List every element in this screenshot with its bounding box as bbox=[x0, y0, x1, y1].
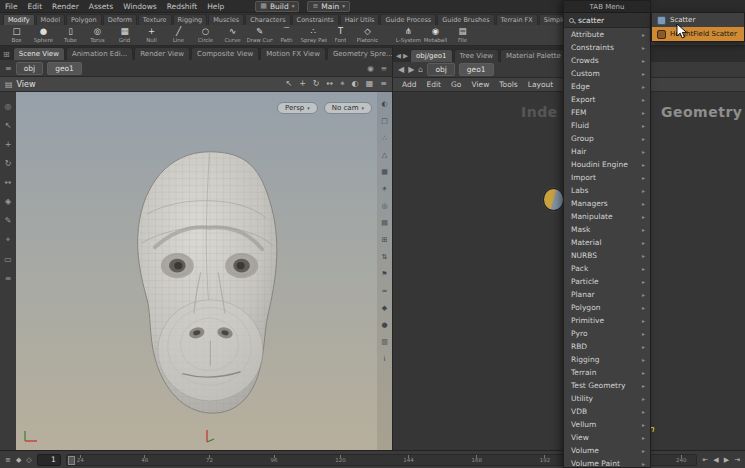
tab-menu-category[interactable]: Particle ▸ bbox=[564, 275, 650, 288]
info-icon[interactable]: i bbox=[384, 355, 386, 363]
shelf-tab[interactable]: Deform bbox=[103, 14, 137, 25]
spray-paint-tool[interactable]: ∴ Spray Paint bbox=[300, 27, 327, 42]
rotate-tool-icon[interactable]: ↻ bbox=[5, 159, 12, 168]
back-icon[interactable]: ◀ bbox=[398, 65, 404, 74]
template-icon[interactable]: ▤ bbox=[381, 219, 388, 227]
normals-icon[interactable]: △ bbox=[382, 151, 387, 159]
scale-tool-icon[interactable]: ↔ bbox=[5, 178, 12, 187]
tab-menu-category[interactable]: VDB ▸ bbox=[564, 405, 650, 418]
tab-menu-category[interactable]: Attribute ▸ bbox=[564, 28, 650, 41]
platonic-tool[interactable]: ◇ Platonic bbox=[354, 27, 381, 42]
shelf-tab[interactable]: Polygon bbox=[66, 14, 102, 25]
group-icon[interactable]: ⊞ bbox=[382, 236, 388, 244]
path-context-chip[interactable]: obj bbox=[427, 63, 454, 76]
tab-menu-category[interactable]: Vellum ▸ bbox=[564, 418, 650, 431]
network-menu-item[interactable]: View bbox=[466, 80, 494, 89]
visibility-icon[interactable]: ● bbox=[381, 321, 387, 329]
geo-node-icon[interactable] bbox=[543, 188, 564, 211]
shelf-tab[interactable]: Guide Brushes bbox=[437, 14, 494, 25]
menubar-item[interactable]: Windows bbox=[118, 1, 161, 12]
current-frame-field[interactable]: 1 bbox=[37, 454, 61, 466]
shading-mode-icon[interactable]: ◐ bbox=[381, 100, 387, 108]
pane-tab[interactable]: Geometry Spre... bbox=[327, 47, 392, 60]
tab-menu-category[interactable]: Primitive ▸ bbox=[564, 314, 650, 327]
tab-menu-category[interactable]: Terrain ▸ bbox=[564, 366, 650, 379]
play-icon[interactable]: ▶ bbox=[724, 456, 729, 464]
box-tool[interactable]: □ Box bbox=[3, 27, 30, 42]
tab-menu-category[interactable]: Pack ▸ bbox=[564, 262, 650, 275]
shelf-tab[interactable]: Terrain FX bbox=[496, 14, 538, 25]
playbar-menu-icon[interactable]: ≡ bbox=[5, 456, 11, 464]
layers-icon[interactable]: ▥ bbox=[381, 338, 388, 346]
select-arrow-icon[interactable]: ↖ bbox=[285, 79, 292, 89]
measure-tool-icon[interactable]: ▭ bbox=[4, 255, 12, 264]
desktop-selector[interactable]: ▦ Build ▾ bbox=[255, 1, 299, 12]
tab-menu-category[interactable]: Manipulate ▸ bbox=[564, 210, 650, 223]
shelf-tab[interactable]: Constraints bbox=[292, 14, 339, 25]
select-tool-icon[interactable]: ↖ bbox=[5, 121, 12, 130]
points-display-icon[interactable]: ∴ bbox=[382, 134, 386, 142]
tab-menu-category[interactable]: Hair ▸ bbox=[564, 145, 650, 158]
path-node-chip[interactable]: geo1 bbox=[47, 62, 82, 75]
grid-display-icon[interactable]: ▦ bbox=[381, 168, 388, 176]
pane-tab-menu-icon[interactable]: ▤ bbox=[5, 80, 13, 89]
tab-menu-category[interactable]: Constraints ▸ bbox=[564, 41, 650, 54]
menubar-item[interactable]: Edit bbox=[23, 1, 48, 12]
tab-menu-search[interactable]: scatter bbox=[564, 13, 650, 28]
viewport-canvas[interactable]: Persp▾ No cam▾ ◐□∴△▦☀◎▤⊞⇅⚑≈◆●▥i bbox=[16, 92, 392, 450]
snap-icon[interactable]: ⌖ bbox=[340, 79, 345, 89]
layout-selector[interactable]: ≡ Main ▾ bbox=[307, 1, 350, 12]
tab-menu-category[interactable]: Houdini Engine ▸ bbox=[564, 158, 650, 171]
home-icon[interactable]: ⌂ bbox=[418, 65, 423, 74]
pane-menu-icon[interactable]: ≡ bbox=[380, 79, 387, 89]
tab-scroll-right-icon[interactable]: ▶ bbox=[403, 52, 408, 60]
pane-tab[interactable]: obj/geo1 bbox=[410, 49, 453, 62]
circle-tool[interactable]: ○ Circle bbox=[192, 27, 219, 42]
tab-menu-category[interactable]: Group ▸ bbox=[564, 132, 650, 145]
camera-select-button[interactable]: No cam▾ bbox=[324, 102, 372, 114]
font-tool[interactable]: T Font bbox=[327, 27, 354, 42]
lsystem-tool[interactable]: ⋔ L-System bbox=[395, 27, 422, 42]
menubar-item[interactable]: File bbox=[0, 1, 23, 12]
grid-icon[interactable]: ▦ bbox=[366, 79, 374, 89]
shelf-tab[interactable]: Characters bbox=[245, 14, 290, 25]
tab-menu-category[interactable]: Utility ▸ bbox=[564, 392, 650, 405]
snap-tool-icon[interactable]: ⌖ bbox=[6, 235, 11, 245]
file-tool[interactable]: ▤ File bbox=[449, 27, 476, 42]
shelf-tab[interactable]: Guide Process bbox=[380, 14, 436, 25]
scale-icon[interactable]: ↔ bbox=[327, 79, 334, 89]
pane-tab[interactable]: Animation Edi... bbox=[66, 47, 133, 60]
tab-menu-category[interactable]: RBD ▸ bbox=[564, 340, 650, 353]
view-tool-icon[interactable]: ◎ bbox=[5, 102, 12, 111]
pane-split-icon[interactable]: ⊞ bbox=[3, 50, 10, 59]
line-tool[interactable]: ╱ Line bbox=[165, 27, 192, 42]
tab-menu-category[interactable]: Rigging ▸ bbox=[564, 353, 650, 366]
shelf-tab[interactable]: Texture bbox=[138, 14, 172, 25]
null-tool[interactable]: + Null bbox=[138, 27, 165, 42]
jump-start-icon[interactable]: ⇤ bbox=[702, 456, 708, 464]
path-tool[interactable]: ⌒ Path bbox=[273, 27, 300, 42]
tab-menu-result[interactable]: HeightField Scatter bbox=[652, 27, 744, 41]
forward-icon[interactable]: ▶ bbox=[408, 65, 414, 74]
flag-icon[interactable]: ⚑ bbox=[381, 270, 387, 278]
pose-tool-icon[interactable]: ◈ bbox=[5, 197, 11, 206]
material-icon[interactable]: ◆ bbox=[382, 304, 387, 312]
tab-menu-category[interactable]: Volume ▸ bbox=[564, 444, 650, 457]
shelf-tab[interactable]: Model bbox=[36, 14, 66, 25]
remove-key-icon[interactable]: ◇ bbox=[26, 456, 31, 464]
menubar-item[interactable]: Redshift bbox=[162, 1, 202, 12]
fog-icon[interactable]: ≈ bbox=[382, 287, 388, 295]
curve-tool[interactable]: ∿ Curve bbox=[219, 27, 246, 42]
sphere-tool[interactable]: ● Sphere bbox=[30, 27, 57, 42]
tab-menu-category[interactable]: NURBS ▸ bbox=[564, 249, 650, 262]
tab-menu-category[interactable]: Managers ▸ bbox=[564, 197, 650, 210]
monkey-head-model[interactable] bbox=[100, 144, 315, 436]
pane-tab[interactable]: Render View bbox=[134, 47, 190, 60]
play-reverse-icon[interactable]: ◀ bbox=[713, 456, 718, 464]
pane-tab[interactable]: Composite View bbox=[191, 47, 259, 60]
tab-menu-category[interactable]: View ▸ bbox=[564, 431, 650, 444]
tab-menu-category[interactable]: Import ▸ bbox=[564, 171, 650, 184]
path-node-chip[interactable]: geo1 bbox=[459, 63, 494, 76]
tab-menu-category[interactable]: Volume Paint ▸ bbox=[564, 457, 650, 467]
tab-menu-category[interactable]: Crowds ▸ bbox=[564, 54, 650, 67]
